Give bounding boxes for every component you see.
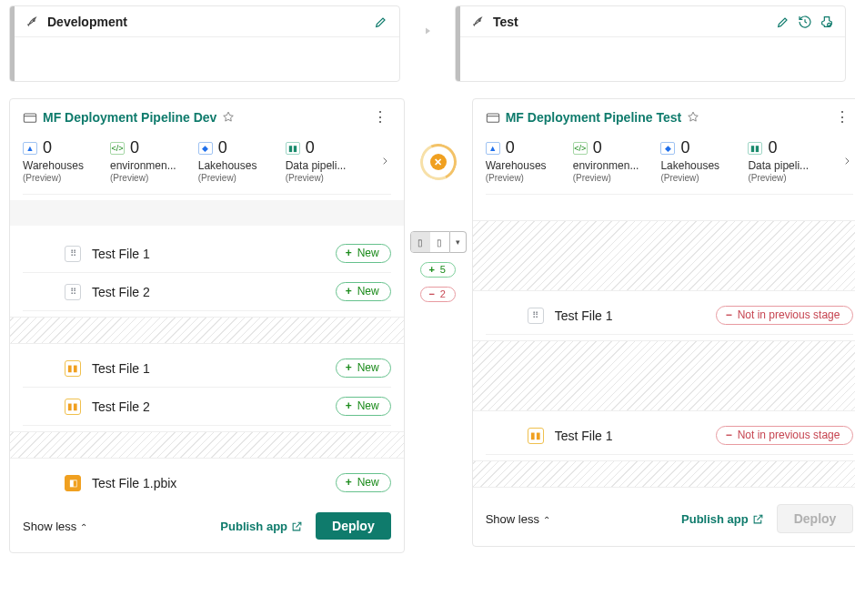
item-name: Test File 1 — [92, 361, 336, 376]
pipeline-icon: ▮▮ — [748, 142, 762, 155]
more-menu-button[interactable]: ⋮ — [369, 108, 391, 126]
card-footer: Show less⌃ Publish app Deploy — [486, 504, 854, 533]
card-footer: Show less⌃ Publish app Deploy — [23, 512, 391, 540]
metric-warehouses[interactable]: ▲0 Warehouses (Preview) — [23, 138, 88, 183]
publish-app-link[interactable]: Publish app — [681, 512, 764, 526]
show-less-toggle[interactable]: Show less⌃ — [23, 520, 87, 533]
metric-strip: ▲0 Warehouses (Preview) </>0 environmen.… — [486, 138, 854, 195]
lakehouse-icon: ◆ — [198, 142, 213, 155]
placeholder-band — [473, 460, 855, 488]
workspace-row: MF Deployment Pipeline Dev ⋮ ▲0 Warehous… — [9, 98, 846, 553]
workspace-icon — [486, 111, 500, 124]
report-icon: ▮▮ — [65, 399, 81, 415]
item-name: Test File 1 — [92, 247, 336, 261]
item-name: Test File 1 — [555, 308, 716, 323]
compare-column: ✕ ▯ ▯ ▾ +5 −2 — [417, 98, 459, 302]
missing-badge[interactable]: −Not in previous stage — [716, 306, 854, 325]
item-row[interactable]: ⠿ Test File 1 −Not in previous stage — [486, 297, 854, 335]
item-row[interactable]: ▮▮Test File 1+New — [23, 349, 391, 388]
item-list-dev: ⠿Test File 1+New⠿Test File 2+New▮▮Test F… — [23, 235, 391, 501]
compare-added-badge[interactable]: +5 — [420, 262, 456, 278]
workspace-title: MF Deployment Pipeline Test — [486, 110, 832, 125]
svg-point-1 — [479, 19, 481, 21]
placeholder-band — [10, 431, 404, 459]
item-row[interactable]: ◧Test File 1.pbix+New — [23, 464, 391, 501]
workspace-card-dev: MF Deployment Pipeline Dev ⋮ ▲0 Warehous… — [9, 98, 405, 553]
stage-header-row: Development — [9, 5, 846, 82]
workspace-title: MF Deployment Pipeline Dev — [23, 110, 369, 125]
stage-arrow-icon — [409, 13, 446, 49]
metric-pipelines[interactable]: ▮▮0 Data pipeli... (Preview) — [286, 138, 351, 183]
placeholder-band — [473, 220, 855, 291]
new-badge[interactable]: +New — [336, 244, 391, 263]
more-menu-button[interactable]: ⋮ — [831, 108, 853, 126]
compare-view-dropdown[interactable]: ▾ — [450, 231, 467, 253]
placeholder-band — [10, 317, 404, 344]
workspace-card-test: MF Deployment Pipeline Test ⋮ ▲0 Warehou… — [472, 98, 855, 547]
metric-scroll-right[interactable] — [835, 155, 853, 167]
compare-status-icon[interactable]: ✕ — [420, 144, 457, 180]
item-row[interactable]: ⠿Test File 1+New — [23, 235, 391, 273]
metric-environments[interactable]: </>0 environmen... (Preview) — [573, 138, 639, 183]
new-badge[interactable]: +New — [336, 282, 391, 301]
item-name: Test File 1.pbix — [92, 476, 336, 490]
report-icon: ▮▮ — [528, 428, 544, 444]
edit-icon[interactable] — [776, 15, 790, 29]
svg-rect-3 — [24, 114, 35, 122]
environment-icon: </> — [573, 142, 588, 155]
new-badge[interactable]: +New — [336, 397, 391, 416]
compare-view-seg-left[interactable]: ▯ — [411, 232, 430, 252]
deploy-button-disabled: Deploy — [777, 504, 854, 533]
settings-gear-icon[interactable] — [820, 15, 834, 29]
stage-title: Test — [493, 15, 776, 29]
metric-pipelines[interactable]: ▮▮0 Data pipeli... (Preview) — [748, 138, 813, 183]
premium-icon — [222, 111, 235, 124]
metric-lakehouses[interactable]: ◆0 Lakehouses (Preview) — [198, 138, 264, 183]
compare-view-toggle[interactable]: ▯ ▯ ▾ — [410, 231, 467, 253]
item-name: Test File 1 — [555, 429, 716, 443]
svg-rect-4 — [487, 114, 498, 122]
stage-title: Development — [47, 15, 374, 29]
environment-icon: </> — [110, 142, 125, 155]
compare-removed-badge[interactable]: −2 — [420, 287, 456, 302]
item-row[interactable]: ▮▮ Test File 1 −Not in previous stage — [486, 417, 854, 455]
rocket-icon — [25, 15, 40, 29]
compare-mismatch-icon: ✕ — [430, 154, 447, 170]
dataset-icon: ⠿ — [65, 284, 81, 300]
item-row[interactable]: ⠿Test File 2+New — [23, 273, 391, 311]
item-row[interactable]: ▮▮Test File 2+New — [23, 388, 391, 426]
show-less-toggle[interactable]: Show less⌃ — [486, 512, 550, 526]
deploy-button[interactable]: Deploy — [316, 512, 391, 540]
stage-development: Development — [9, 5, 400, 82]
placeholder-band — [473, 340, 855, 411]
report-icon: ▮▮ — [65, 360, 81, 377]
item-name: Test File 2 — [92, 399, 336, 414]
workspace-title-text: MF Deployment Pipeline Test — [506, 110, 681, 125]
history-icon[interactable] — [798, 15, 812, 29]
metric-lakehouses[interactable]: ◆0 Lakehouses (Preview) — [660, 138, 726, 183]
item-name: Test File 2 — [92, 285, 336, 299]
warehouse-icon: ▲ — [486, 142, 500, 155]
lakehouse-icon: ◆ — [660, 142, 675, 155]
workspace-title-text: MF Deployment Pipeline Dev — [43, 110, 216, 125]
new-badge[interactable]: +New — [336, 358, 391, 378]
dataset-icon: ⠿ — [528, 308, 544, 324]
metric-environments[interactable]: </>0 environmen... (Preview) — [110, 138, 176, 183]
empty-band — [10, 200, 404, 226]
rocket-icon — [471, 15, 486, 29]
warehouse-icon: ▲ — [23, 142, 37, 155]
edit-icon[interactable] — [374, 15, 388, 29]
premium-icon — [687, 111, 699, 124]
publish-app-link[interactable]: Publish app — [220, 520, 303, 533]
svg-point-0 — [34, 19, 35, 21]
dataset-icon: ⠿ — [65, 246, 81, 262]
pbix-icon: ◧ — [65, 475, 81, 491]
metric-strip: ▲0 Warehouses (Preview) </>0 environmen.… — [23, 138, 391, 195]
new-badge[interactable]: +New — [336, 473, 391, 492]
missing-badge[interactable]: −Not in previous stage — [716, 426, 854, 445]
metric-scroll-right[interactable] — [373, 155, 391, 167]
metric-warehouses[interactable]: ▲0 Warehouses (Preview) — [486, 138, 551, 183]
workspace-icon — [23, 111, 37, 124]
compare-view-seg-right[interactable]: ▯ — [430, 232, 449, 252]
pipeline-icon: ▮▮ — [286, 142, 300, 155]
